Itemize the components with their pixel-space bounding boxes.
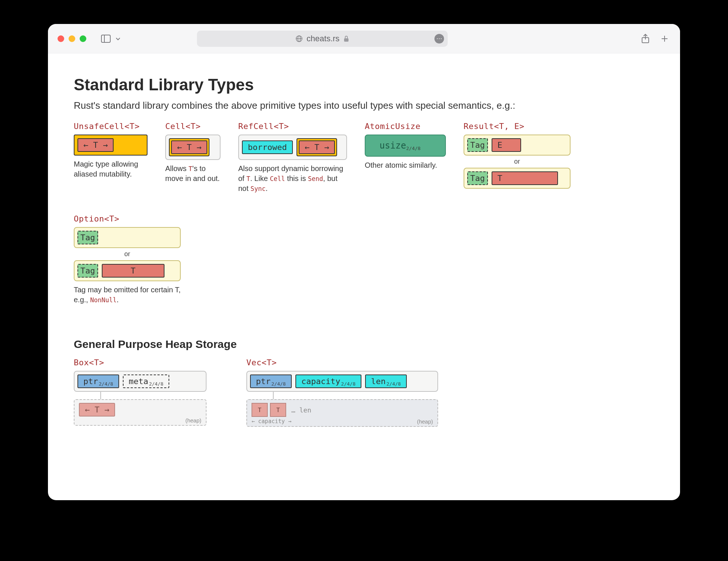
diagram-unsafecell: ← T → — [74, 135, 148, 156]
borrowed-box: borrowed — [242, 140, 293, 154]
desc-text: . — [117, 296, 119, 304]
code-inline: Cell — [270, 175, 285, 182]
tag-box: Tag — [77, 264, 98, 278]
desc-unsafecell: Magic type allowing aliased mutability. — [74, 159, 148, 179]
entry-box: Box<T> ptr2/4/8 meta2/4/8 ← T → — [74, 358, 207, 426]
ptr-text: ptr — [83, 377, 98, 386]
entry-cell: Cell<T> ← T → Allows T's to move in and … — [165, 122, 221, 184]
traffic-lights — [55, 35, 86, 42]
entry-refcell: RefCell<T> borrowed ← T → Also support d… — [238, 122, 347, 194]
type-name-option: Option<T> — [74, 214, 181, 223]
maximize-icon[interactable] — [80, 35, 86, 42]
box-heap: ← T → (heap) — [74, 399, 207, 426]
address-bar[interactable]: cheats.rs ⋯ — [197, 31, 448, 47]
desc-text: Allows — [165, 164, 188, 173]
cap-text: capacity — [258, 418, 285, 425]
heap-t: ← T → — [79, 403, 115, 417]
usize-label: usize2/4/8 — [372, 138, 428, 153]
code-inline: T — [188, 165, 192, 173]
type-name-box: Box<T> — [74, 358, 207, 367]
desc-option: Tag may be omitted for certain T, e.g., … — [74, 285, 181, 305]
inner-t: ← T → — [299, 140, 335, 154]
heap-label: (heap) — [79, 417, 201, 424]
entry-vec: Vec<T> ptr2/4/8 capacity2/4/8 len2/4/8 — [246, 358, 438, 427]
browser-toolbar: cheats.rs ⋯ — [48, 24, 680, 53]
new-tab-icon[interactable] — [660, 34, 669, 43]
types-row-2: Option<T> Tag or Tag T Tag may be omitte… — [74, 214, 654, 305]
refcell-yellow: ← T → — [297, 138, 337, 156]
heap-row: Box<T> ptr2/4/8 meta2/4/8 ← T → — [74, 358, 654, 427]
vec-item: T — [270, 403, 286, 417]
entry-result: Result<T, E> Tag E or Tag T — [464, 122, 571, 189]
code-inline: Send — [308, 175, 323, 182]
sub-text: 2/4/8 — [341, 381, 356, 387]
entry-unsafecell: UnsafeCell<T> ← T → Magic type allowing … — [74, 122, 148, 179]
code-inline: Sync — [250, 185, 266, 192]
type-name-refcell: RefCell<T> — [238, 122, 347, 131]
ptr-box: ptr2/4/8 — [77, 374, 119, 388]
sidebar-icon[interactable] — [101, 35, 111, 43]
type-name-vec: Vec<T> — [246, 358, 438, 367]
type-name-unsafecell: UnsafeCell<T> — [74, 122, 148, 131]
sub-text: 2/4/8 — [271, 381, 286, 387]
minimize-icon[interactable] — [69, 35, 75, 42]
type-name-atomic: AtomicUsize — [365, 122, 446, 131]
connector-line — [100, 392, 101, 399]
diagram-cell-outer: ← T → — [165, 135, 221, 160]
t-box: T — [492, 171, 558, 185]
diagram-cell-yellow: ← T → — [169, 138, 209, 156]
globe-icon — [295, 35, 303, 42]
type-name-result: Result<T, E> — [464, 122, 571, 131]
meta-text: meta — [129, 377, 148, 386]
tag-box: Tag — [467, 138, 488, 152]
sub-text: 2/4/8 — [406, 146, 420, 151]
desc-text: . Like — [250, 174, 270, 182]
vec-item: T — [252, 403, 268, 417]
types-row-1: UnsafeCell<T> ← T → Magic type allowing … — [74, 122, 654, 194]
vec-heap: T T … len ← capacity → (heap) — [246, 399, 438, 427]
heap-label: (heap) — [417, 418, 433, 425]
page-intro: Rust's standard library combines the abo… — [74, 100, 654, 111]
entry-atomic: AtomicUsize usize2/4/8 Other atomic simi… — [365, 122, 446, 170]
len-ellipsis: … len — [291, 406, 311, 414]
tag-box: Tag — [77, 231, 98, 244]
usize-text: usize — [379, 140, 406, 151]
code-inline: T — [246, 175, 250, 182]
desc-text: this is — [285, 174, 308, 182]
diagram-refcell: borrowed ← T → — [238, 135, 347, 160]
vec-top: ptr2/4/8 capacity2/4/8 len2/4/8 — [246, 371, 438, 392]
chevron-down-icon[interactable] — [115, 36, 121, 42]
share-icon[interactable] — [641, 34, 650, 44]
meta-box: meta2/4/8 — [123, 374, 169, 388]
sub-text: 2/4/8 — [149, 381, 163, 387]
toolbar-left — [101, 35, 121, 43]
ptr-text: ptr — [256, 377, 271, 386]
desc-refcell: Also support dynamic borrowing of T. Lik… — [238, 164, 347, 194]
heap-heading: General Purpose Heap Storage — [74, 338, 654, 351]
capacity-text: capacity — [301, 377, 340, 386]
address-url: cheats.rs — [306, 34, 339, 43]
sub-text: 2/4/8 — [386, 381, 401, 387]
toolbar-right — [641, 34, 673, 44]
result-row-e: Tag E — [464, 135, 571, 156]
code-inline: NonNull — [90, 296, 117, 304]
browser-window: cheats.rs ⋯ — [48, 24, 680, 500]
option-row-2: Tag T — [74, 260, 181, 281]
e-box: E — [492, 138, 521, 152]
close-icon[interactable] — [58, 35, 64, 42]
desc-cell: Allows T's to move in and out. — [165, 164, 221, 184]
page-title: Standard Library Types — [74, 76, 654, 94]
capacity-box: capacity2/4/8 — [295, 374, 361, 388]
desc-text: . — [266, 184, 268, 192]
or-label: or — [464, 158, 571, 165]
len-box: len2/4/8 — [365, 374, 407, 388]
svg-rect-5 — [344, 38, 349, 42]
result-row-t: Tag T — [464, 168, 571, 189]
page-content: Standard Library Types Rust's standard l… — [48, 53, 680, 500]
type-name-cell: Cell<T> — [165, 122, 221, 131]
svg-rect-0 — [101, 35, 110, 42]
len-text: len — [371, 377, 386, 386]
inner-t: ← T → — [171, 140, 207, 154]
cap-arrows: ← capacity → — [252, 418, 291, 425]
more-icon[interactable]: ⋯ — [434, 34, 444, 43]
